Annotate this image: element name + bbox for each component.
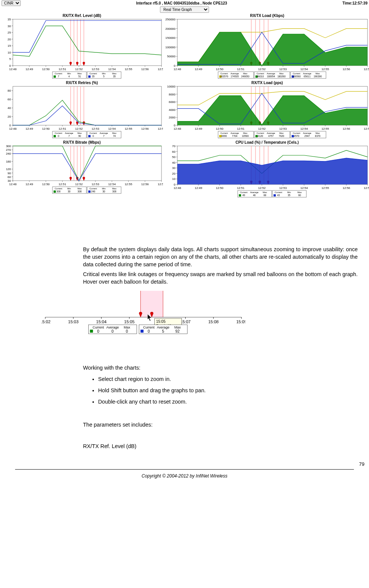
- svg-text:12:56: 12:56: [343, 186, 351, 190]
- svg-text:12:51: 12:51: [237, 68, 245, 71]
- svg-text:Average: Average: [303, 72, 312, 75]
- chart-bitrate[interactable]: RX/TX Bitrate (Mbps) 3060901201802402703…: [1, 140, 163, 198]
- svg-text:12:54: 12:54: [108, 127, 116, 130]
- svg-rect-51: [88, 75, 91, 78]
- svg-text:10: 10: [172, 177, 175, 181]
- svg-text:120: 120: [6, 167, 11, 171]
- chart-load-pps[interactable]: RX/TX Load (pps) 02000400060008000100001…: [165, 81, 369, 140]
- svg-text:92: 92: [175, 329, 180, 333]
- svg-text:60: 60: [298, 194, 301, 197]
- chart-cpu-temp[interactable]: CPU Load (%) / Temperature (Cels.) 01020…: [165, 140, 369, 198]
- svg-text:Average: Average: [267, 132, 275, 134]
- svg-text:15:09: 15:09: [236, 319, 245, 324]
- svg-text:43: 43: [277, 194, 280, 197]
- axis-mode-select[interactable]: CINR: [2, 0, 21, 6]
- graph-mode-select[interactable]: Real Time Graph: [160, 6, 209, 13]
- svg-text:Max: Max: [279, 132, 283, 134]
- svg-text:15:05: 15:05: [124, 319, 135, 324]
- svg-text:40: 40: [172, 161, 175, 164]
- svg-rect-277: [54, 190, 56, 193]
- svg-text:49: 49: [242, 194, 245, 197]
- svg-text:12:55: 12:55: [321, 186, 329, 190]
- svg-text:Average: Average: [65, 132, 74, 134]
- svg-text:100000: 100000: [165, 46, 175, 49]
- svg-text:249050: 249050: [241, 75, 249, 78]
- chart-load-kbps[interactable]: RX/TX Load (Kbps) 0500001000001500002000…: [165, 14, 369, 81]
- charts-grid: RX/TX Ref. Level (dB) 0510152025303512:4…: [0, 14, 369, 198]
- chart-retries[interactable]: RX/TX Retries (%) 02040608012:4812:4912:…: [1, 81, 163, 140]
- svg-text:12:49: 12:49: [195, 68, 203, 71]
- svg-text:12:54: 12:54: [108, 183, 116, 186]
- svg-text:12:52: 12:52: [75, 127, 83, 130]
- svg-text:65611: 65611: [304, 75, 311, 78]
- svg-text:180: 180: [6, 160, 11, 163]
- chart-title: RX/TX Load (Kbps): [165, 14, 369, 18]
- svg-text:12:54: 12:54: [300, 186, 308, 190]
- svg-rect-165: [88, 135, 91, 137]
- svg-text:12:53: 12:53: [279, 186, 287, 190]
- svg-text:Average: Average: [250, 191, 259, 193]
- svg-text:5: 5: [103, 75, 105, 78]
- svg-text:30: 30: [68, 190, 71, 193]
- svg-text:12:49: 12:49: [195, 186, 203, 190]
- svg-text:12:50: 12:50: [216, 68, 224, 71]
- svg-text:Max: Max: [77, 187, 81, 190]
- svg-text:12:51: 12:51: [58, 127, 66, 130]
- svg-text:0: 0: [58, 135, 59, 137]
- svg-rect-343: [274, 194, 276, 197]
- svg-text:7: 7: [68, 135, 70, 137]
- svg-text:Max: Max: [263, 191, 267, 193]
- svg-text:Max: Max: [297, 191, 301, 193]
- svg-text:300: 300: [78, 190, 82, 193]
- svg-rect-0: [13, 19, 161, 66]
- svg-text:12:48: 12:48: [174, 68, 181, 71]
- svg-text:8370: 8370: [315, 135, 321, 137]
- svg-text:35: 35: [92, 75, 95, 78]
- svg-text:12:49: 12:49: [195, 127, 203, 130]
- list-item: Double-click any chart to reset zoom.: [98, 398, 358, 405]
- svg-text:7620: 7620: [279, 135, 284, 137]
- svg-text:Max: Max: [243, 72, 247, 75]
- svg-text:0: 0: [9, 64, 11, 68]
- svg-text:25: 25: [8, 31, 11, 34]
- svg-text:6000: 6000: [169, 100, 175, 104]
- footer-copyright: Copyright © 2004-2012 by InfiNet Wireles…: [15, 469, 354, 486]
- svg-text:Max: Max: [315, 72, 320, 75]
- chart-title: RX/TX Load (pps): [165, 81, 369, 85]
- svg-text:Max: Max: [315, 132, 320, 134]
- svg-text:Current: Current: [55, 132, 62, 134]
- svg-text:0: 0: [174, 124, 176, 127]
- svg-text:15:04: 15:04: [96, 319, 107, 324]
- svg-text:2947: 2947: [304, 135, 310, 137]
- svg-text:Current: Current: [275, 191, 282, 193]
- svg-text:180260: 180260: [277, 75, 286, 78]
- svg-text:240: 240: [91, 190, 95, 193]
- chart-title: RX/TX Bitrate (Mbps): [1, 140, 163, 144]
- svg-text:5: 5: [9, 57, 11, 61]
- svg-text:Max: Max: [279, 72, 283, 75]
- svg-text:Current: Current: [220, 132, 228, 134]
- svg-rect-373: [90, 330, 93, 333]
- svg-text:Average: Average: [100, 132, 108, 134]
- chart-ref-level[interactable]: RX/TX Ref. Level (dB) 0510152025303512:4…: [1, 14, 163, 81]
- svg-text:Current: Current: [89, 72, 97, 75]
- svg-text:46: 46: [253, 194, 256, 197]
- svg-text:50: 50: [172, 155, 175, 159]
- svg-text:Average: Average: [231, 132, 239, 134]
- svg-text:Current: Current: [257, 132, 264, 134]
- svg-text:12:56: 12:56: [141, 68, 149, 71]
- svg-text:60: 60: [172, 150, 175, 154]
- svg-text:150000: 150000: [165, 36, 175, 40]
- svg-text:10000: 10000: [167, 86, 176, 88]
- svg-text:50000: 50000: [167, 55, 176, 58]
- svg-text:12:57: 12:57: [158, 127, 163, 130]
- svg-text:0: 0: [112, 329, 114, 333]
- svg-text:12:48: 12:48: [9, 127, 17, 130]
- svg-text:12:49: 12:49: [26, 183, 34, 186]
- svg-text:Min: Min: [67, 72, 71, 75]
- param-name: RX/TX Ref. Level (dB): [83, 442, 358, 450]
- svg-text:12:55: 12:55: [125, 127, 132, 130]
- svg-text:4120: 4120: [258, 135, 263, 137]
- svg-rect-381: [140, 330, 143, 333]
- svg-text:12:48: 12:48: [174, 186, 181, 190]
